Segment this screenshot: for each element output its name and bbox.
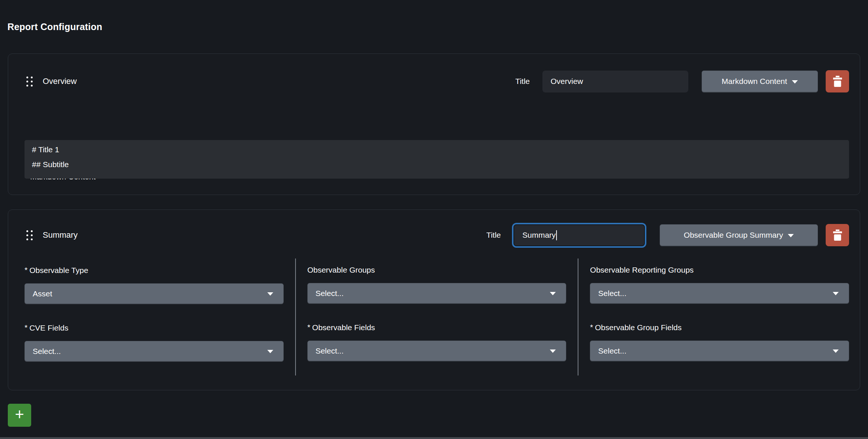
markdown-content-textarea[interactable]: # Title 1 ## Subtitle xyxy=(25,140,849,179)
section-title-input[interactable]: Overview xyxy=(542,71,688,92)
chevron-down-icon xyxy=(792,80,798,84)
column-observable-type: *Observable Type Asset *CVE Fields Selec… xyxy=(25,258,284,380)
section-type-dropdown-label: Markdown Content xyxy=(722,77,787,86)
section-title-input-value: Overview xyxy=(551,77,583,86)
delete-section-button[interactable] xyxy=(826,70,849,92)
drag-handle-icon[interactable] xyxy=(26,230,33,240)
observable-type-select[interactable]: Asset xyxy=(25,283,284,304)
section-name: Summary xyxy=(43,230,78,240)
overview-header: Overview Title Overview Markdown Content xyxy=(8,70,860,92)
section-card-overview: Overview Title Overview Markdown Content xyxy=(8,53,860,195)
chevron-down-icon xyxy=(550,292,556,295)
report-configuration-page: Report Configuration Overview Title Over… xyxy=(0,0,868,439)
chevron-down-icon xyxy=(788,234,794,237)
column-observable-groups: Observable Groups Select... *Observable … xyxy=(307,258,567,380)
column-divider xyxy=(578,258,578,375)
section-type-dropdown-label: Observable Group Summary xyxy=(684,231,783,240)
select-value: Select... xyxy=(598,347,626,355)
add-section-button[interactable]: + xyxy=(8,404,31,427)
observable-reporting-groups-select[interactable]: Select... xyxy=(590,283,849,304)
trash-icon xyxy=(833,230,842,241)
section-type-dropdown[interactable]: Observable Group Summary xyxy=(660,224,818,246)
chevron-down-icon xyxy=(833,349,839,353)
chevron-down-icon xyxy=(550,349,556,353)
cve-fields-label: *CVE Fields xyxy=(25,323,284,333)
title-label: Title xyxy=(515,77,530,86)
required-marker: * xyxy=(307,323,310,331)
section-type-dropdown[interactable]: Markdown Content xyxy=(702,71,818,92)
required-marker: * xyxy=(590,323,593,331)
chevron-down-icon xyxy=(267,292,273,296)
observable-reporting-groups-label: Observable Reporting Groups xyxy=(590,265,849,275)
page-title: Report Configuration xyxy=(7,22,102,32)
summary-header: Summary Title Summary Observable Group S… xyxy=(8,224,860,246)
observable-fields-label: *Observable Fields xyxy=(307,322,567,332)
required-marker: * xyxy=(25,266,27,274)
select-value: Select... xyxy=(33,347,61,356)
select-value: Select... xyxy=(316,347,344,355)
observable-groups-select[interactable]: Select... xyxy=(307,283,567,304)
summary-field-columns: *Observable Type Asset *CVE Fields Selec… xyxy=(25,258,849,380)
column-divider xyxy=(295,258,296,375)
title-label: Title xyxy=(486,231,501,240)
drag-handle-icon[interactable] xyxy=(26,77,33,87)
required-marker: * xyxy=(25,323,27,332)
select-value: Select... xyxy=(598,289,626,298)
section-title-input-value: Summary xyxy=(522,231,556,240)
chevron-down-icon xyxy=(267,350,273,353)
chevron-down-icon xyxy=(833,292,839,295)
observable-group-fields-select[interactable]: Select... xyxy=(590,341,849,361)
section-title-input-focused[interactable]: Summary xyxy=(513,224,645,246)
delete-section-button[interactable] xyxy=(826,224,849,246)
column-observable-reporting-groups: Observable Reporting Groups Select... *O… xyxy=(590,258,849,380)
section-name: Overview xyxy=(43,77,77,86)
trash-icon xyxy=(833,76,842,87)
section-card-summary: Summary Title Summary Observable Group S… xyxy=(8,209,860,390)
summary-header-controls: Title Summary Observable Group Summary xyxy=(486,224,849,246)
observable-groups-label: Observable Groups xyxy=(307,265,567,275)
select-value: Select... xyxy=(316,289,344,298)
observable-group-fields-label: *Observable Group Fields xyxy=(590,322,849,332)
overview-header-controls: Title Overview Markdown Content xyxy=(515,70,849,92)
observable-fields-select[interactable]: Select... xyxy=(307,341,567,361)
select-value: Asset xyxy=(33,289,52,298)
observable-type-label: *Observable Type xyxy=(25,265,284,275)
horizontal-scrollbar[interactable] xyxy=(0,437,868,439)
text-cursor xyxy=(556,230,557,240)
cve-fields-select[interactable]: Select... xyxy=(25,341,284,362)
